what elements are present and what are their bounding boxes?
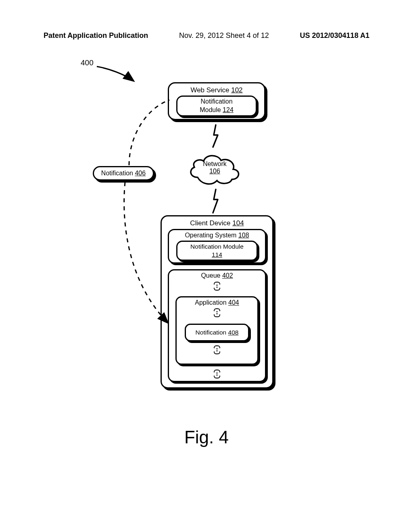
app-title: Application 404	[177, 299, 257, 307]
ellipsis-icon	[214, 345, 220, 354]
network-label: Network 106	[186, 160, 244, 175]
figure-caption: Fig. 4	[0, 427, 413, 447]
ref-400: 400	[81, 58, 94, 67]
ellipsis-icon	[214, 308, 220, 317]
client-device-box: Client Device 104 Operating System 108 N…	[161, 215, 273, 389]
web-service-box: Web Service 102 Notification Module 124	[168, 82, 265, 120]
client-device-title: Client Device 104	[162, 219, 272, 228]
nm114-label: Notification Module 114	[177, 243, 257, 259]
queue-box: Queue 402 Application 404 Notification 4…	[168, 269, 266, 382]
ellipsis-icon	[214, 282, 220, 291]
diagram: 400 Web Service 102 Notification Module …	[0, 0, 413, 532]
queue-title: Queue 402	[169, 272, 265, 280]
notification-408-box: Notification 408	[185, 324, 249, 341]
application-box: Application 404 Notification 408	[175, 296, 259, 365]
notification-406-box: Notification 406	[93, 166, 154, 181]
web-service-title: Web Service 102	[169, 86, 264, 95]
ellipsis-icon	[214, 370, 220, 378]
os-title: Operating System 108	[169, 231, 265, 240]
nm124-label: Notification Module 124	[177, 98, 256, 114]
notification-module-114-box: Notification Module 114	[176, 241, 258, 261]
network-cloud: Network 106	[186, 149, 244, 187]
notification-module-124-box: Notification Module 124	[176, 96, 257, 116]
os-box: Operating System 108 Notification Module…	[168, 229, 266, 264]
